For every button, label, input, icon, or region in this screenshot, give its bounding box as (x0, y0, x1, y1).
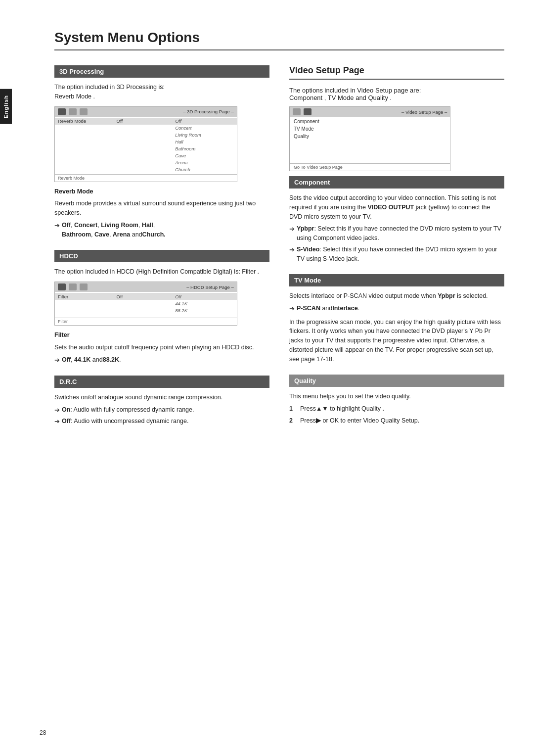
quality-step-1: 1 Press▲▼ to highlight Quality . (289, 404, 504, 414)
table-row (55, 315, 237, 317)
table-row: Arena (55, 159, 237, 166)
reverb-mode-label: Reverb Mode (54, 187, 269, 196)
icon-speaker2 (58, 284, 66, 290)
3d-intro: The option included in 3D Processing is:… (54, 83, 269, 101)
icon-v2 (304, 108, 312, 115)
tvmode-desc2: In the progressive scan mode, you can en… (289, 318, 504, 364)
section-hdcd: HDCD The option included in HDCD (High D… (54, 250, 269, 365)
filter-bullet: ➔ Off, 44.1K and88.2K. (54, 355, 269, 365)
tvmode-desc1: Selects interlace or P-SCAN video output… (289, 291, 504, 301)
left-column: 3D Processing The option included in 3D … (54, 65, 269, 437)
icon-surround (80, 108, 88, 115)
section-3d-processing: 3D Processing The option included in 3D … (54, 65, 269, 239)
video-table-header: – Video Setup Page – (290, 107, 450, 117)
right-column: Video Setup Page The options included in… (289, 65, 504, 437)
icon-speaker (69, 108, 77, 115)
drc-off-bullet: ➔ Off: Audio with uncompressed dynamic r… (54, 417, 269, 426)
3d-table-body: Reverb Mode Off Off Concert Livi (55, 117, 237, 174)
hdcd-table-footer: Filter (55, 318, 237, 325)
table-row: Church (55, 166, 237, 173)
section-component: Component Sets the video output accordin… (289, 176, 504, 263)
quality-step-2: 2 Press▶ or OK to enter Video Quality Se… (289, 416, 504, 425)
3d-table-header: – 3D Processing Page – (55, 107, 237, 117)
reverb-bullet: ➔ Off, Concert, Living Room, Hall,Bathro… (54, 221, 269, 239)
page-number: 28 (40, 729, 46, 736)
reverb-desc: Reverb mode provides a virtual surround … (54, 199, 269, 218)
drc-on-bullet: ➔ On: Audio with fully compressed dynami… (54, 405, 269, 415)
table-row: TV Mode (290, 125, 450, 133)
filter-desc: Sets the audio output cutoff frequency p… (54, 343, 269, 352)
icon-v1 (293, 108, 301, 115)
icon-headphone (69, 284, 77, 290)
page-container: English System Menu Options 3D Processin… (0, 0, 534, 756)
pscan-bullet: ➔ P-SCAN andInterlace. (289, 304, 504, 314)
video-setup-mini-table: – Video Setup Page – Component TV Mode Q… (289, 106, 450, 171)
quality-desc: This menu helps you to set the video qua… (289, 392, 504, 401)
page-title: System Menu Options (54, 30, 504, 50)
table-row: Living Room (55, 132, 237, 139)
language-tab: English (0, 89, 12, 124)
3d-processing-header: 3D Processing (54, 65, 269, 78)
table-row: 88.2K (55, 307, 237, 314)
table-row: Reverb Mode Off Off (55, 118, 237, 125)
icon-disc (58, 108, 66, 115)
filter-label: Filter (54, 331, 269, 340)
component-header: Component (289, 176, 504, 189)
section-drc: D.R.C Switches on/off analogue sound dyn… (54, 376, 269, 426)
3d-table-footer: Reverb Mode (55, 174, 237, 182)
section-tvmode: TV Mode Selects interlace or P-SCAN vide… (289, 274, 504, 364)
hdcd-header: HDCD (54, 250, 269, 262)
quality-header: Quality (289, 375, 504, 387)
section-quality: Quality This menu helps you to set the v… (289, 375, 504, 425)
component-desc: Sets the video output according to your … (289, 193, 504, 221)
hdcd-table-header: – HDCD Setup Page – (55, 282, 237, 292)
icon-hdcd (80, 284, 88, 290)
table-row: Quality (290, 133, 450, 140)
table-row: Cave (55, 152, 237, 159)
video-table-body: Component TV Mode Quality (290, 117, 450, 163)
video-intro2: Component , TV Mode and Quality . (289, 94, 504, 101)
table-row: 44.1K (55, 300, 237, 307)
table-row: Component (290, 118, 450, 125)
table-row: Filter Off Off (55, 293, 237, 300)
video-table-footer: Go To Video Setup Page (290, 163, 450, 171)
table-row (290, 140, 450, 147)
table-row: Hall (55, 139, 237, 145)
quality-steps: 1 Press▲▼ to highlight Quality . 2 Press… (289, 404, 504, 425)
video-intro1: The options included in Video Setup page… (289, 87, 504, 94)
drc-desc: Switches on/off analogue sound dynamic r… (54, 393, 269, 402)
3d-mini-table: – 3D Processing Page – Reverb Mode Off O… (54, 106, 237, 182)
tvmode-header: TV Mode (289, 274, 504, 286)
ypbpr-bullet: ➔ Ypbpr: Select this if you have connect… (289, 224, 504, 243)
hdcd-mini-table: – HDCD Setup Page – Filter Off Off 44.1K (54, 282, 237, 326)
table-row (290, 147, 450, 155)
hdcd-table-body: Filter Off Off 44.1K 88.2K (55, 292, 237, 318)
drc-header: D.R.C (54, 376, 269, 388)
main-content: 3D Processing The option included in 3D … (54, 65, 504, 437)
table-row: Bathroom (55, 145, 237, 152)
table-row: Concert (55, 125, 237, 132)
video-setup-title: Video Setup Page (289, 65, 504, 80)
table-row (290, 155, 450, 162)
hdcd-intro: The option included in HDCD (High Defini… (54, 267, 269, 277)
svideo-bullet: ➔ S-Video: Select this if you have conne… (289, 245, 504, 264)
